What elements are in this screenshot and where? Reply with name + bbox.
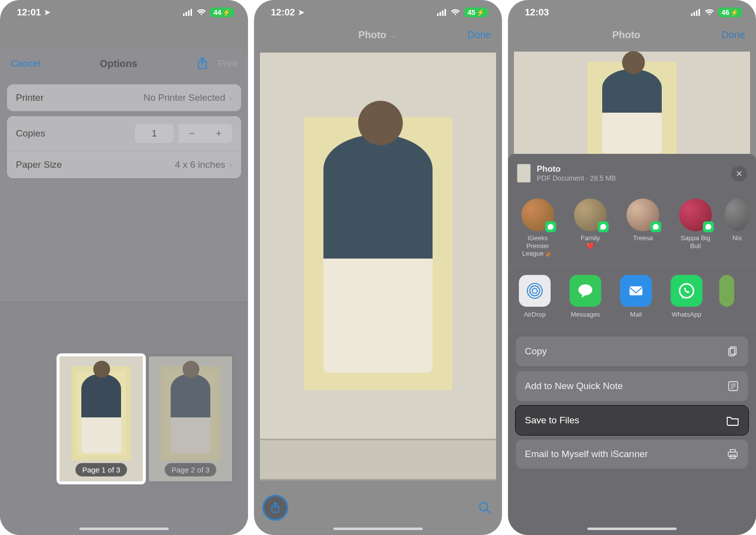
status-bar: 12:02 ➤ 45⚡ [254, 0, 502, 22]
svg-line-11 [487, 510, 490, 513]
printer-value: No Printer Selected [143, 92, 225, 103]
svg-rect-15 [698, 9, 700, 16]
avatar [679, 199, 712, 231]
action-label: Email to Myself with iScanner [525, 449, 648, 460]
document-thumbnail-icon [517, 164, 531, 183]
printer-row[interactable]: Printer No Printer Selected› [7, 84, 241, 111]
location-icon: ➤ [298, 8, 305, 17]
close-button[interactable]: ✕ [731, 166, 747, 182]
battery-indicator: 44⚡ [210, 7, 234, 17]
home-indicator[interactable] [79, 528, 169, 530]
printer-icon [726, 449, 739, 460]
app-messages[interactable]: Messages [567, 275, 603, 318]
screen-share-sheet: 12:03 46⚡ Photo ⌄ Done Photo PDF Documen… [508, 0, 756, 535]
share-actions: Copy Add to New Quick Note Save to Files… [508, 330, 756, 475]
contact-nis[interactable]: Nis [727, 199, 747, 258]
chevron-right-icon: › [229, 93, 232, 103]
wifi-icon [450, 9, 460, 16]
contact-igeeks[interactable]: iGeeks Premier League 🏏 [517, 199, 559, 258]
photo-person [81, 374, 121, 453]
messages-icon [569, 275, 601, 307]
papersize-row[interactable]: Paper Size 4 x 6 inches› [7, 151, 241, 178]
share-button[interactable] [264, 496, 287, 519]
document-title: Photo [537, 164, 616, 174]
background-preview: Photo ⌄ Done [508, 22, 756, 176]
done-button[interactable]: Done [467, 29, 491, 41]
share-contacts-row[interactable]: iGeeks Premier League 🏏 Family❤️ Treesa … [508, 190, 756, 266]
print-button[interactable]: Print [218, 58, 237, 69]
copies-decrement-button[interactable]: − [179, 124, 205, 143]
status-time: 12:02 [271, 7, 295, 18]
preview-title: Photo [612, 29, 640, 41]
svg-rect-5 [437, 13, 439, 16]
svg-rect-0 [183, 13, 185, 16]
page-thumbnails[interactable]: Page 1 of 3 Page 2 of 3 [0, 302, 248, 535]
app-label: AirDrop [524, 311, 546, 318]
contact-label: Sappa Big Bull [675, 234, 716, 250]
avatar [521, 199, 554, 231]
screen-photo-preview: 12:02 ➤ 45⚡ Photo ⌄ Done [254, 0, 502, 535]
whatsapp-badge-icon [650, 221, 661, 232]
cellular-icon [183, 9, 193, 16]
svg-point-19 [578, 284, 592, 295]
copies-value: 1 [135, 124, 174, 143]
svg-rect-7 [442, 10, 443, 16]
whatsapp-badge-icon [545, 221, 556, 232]
cancel-button[interactable]: Cancel [11, 58, 40, 69]
app-more[interactable] [719, 275, 734, 318]
location-icon: ➤ [44, 8, 51, 17]
action-copy[interactable]: Copy [516, 336, 748, 366]
app-whatsapp[interactable]: WhatsApp [669, 275, 704, 318]
action-label: Add to New Quick Note [525, 381, 623, 392]
app-label: Mail [630, 311, 642, 318]
action-email-iscanner[interactable]: Email to Myself with iScanner [516, 440, 748, 468]
svg-rect-3 [190, 9, 192, 16]
wifi-icon [196, 9, 206, 16]
svg-point-16 [532, 288, 537, 293]
avatar [574, 199, 607, 231]
chevron-down-icon[interactable]: ⌄ [389, 29, 398, 41]
svg-rect-8 [444, 9, 446, 16]
svg-rect-26 [730, 450, 735, 452]
action-quick-note[interactable]: Add to New Quick Note [516, 371, 748, 401]
chevron-down-icon: ⌄ [643, 29, 652, 41]
folder-icon [726, 415, 739, 426]
status-bar: 12:03 46⚡ [508, 0, 756, 22]
app-mail[interactable]: Mail [618, 275, 654, 318]
copies-increment-button[interactable]: + [205, 124, 232, 143]
preview-toolbar [254, 480, 502, 535]
page-label: Page 2 of 3 [165, 463, 217, 476]
svg-point-17 [530, 286, 540, 296]
app-airdrop[interactable]: AirDrop [517, 275, 553, 318]
share-apps-row[interactable]: AirDrop Messages Mail WhatsApp [508, 266, 756, 330]
page-thumb-1[interactable]: Page 1 of 3 [60, 356, 143, 481]
contact-treesa[interactable]: Treesa [622, 199, 664, 258]
svg-rect-20 [630, 286, 642, 295]
svg-rect-6 [440, 12, 441, 16]
action-label: Save to Files [525, 415, 579, 426]
quick-note-icon [727, 380, 739, 392]
photo-person [323, 134, 433, 373]
svg-rect-1 [186, 12, 187, 16]
home-indicator[interactable] [333, 528, 423, 530]
contact-family[interactable]: Family❤️ [569, 199, 611, 258]
whatsapp-icon [671, 275, 702, 307]
page-label: Page 1 of 3 [75, 463, 127, 476]
papersize-label: Paper Size [16, 159, 62, 170]
home-indicator[interactable] [587, 528, 677, 530]
behind-sheet [0, 22, 248, 48]
screen-print-options: 12:01 ➤ 44⚡ Cancel Options Print [0, 0, 248, 535]
svg-rect-13 [693, 12, 695, 16]
contact-sappa[interactable]: Sappa Big Bull [675, 199, 716, 258]
preview-title[interactable]: Photo [358, 29, 386, 41]
action-label: Copy [525, 346, 547, 357]
app-label: WhatsApp [672, 311, 701, 318]
page-thumb-2[interactable]: Page 2 of 3 [149, 356, 232, 481]
action-save-to-files[interactable]: Save to Files [516, 406, 748, 435]
papersize-value: 4 x 6 inches [175, 159, 225, 170]
photo-canvas[interactable] [260, 53, 496, 455]
share-icon[interactable] [197, 57, 208, 70]
svg-rect-14 [696, 10, 697, 16]
next-page-peek [260, 439, 496, 480]
search-button[interactable] [477, 500, 492, 515]
